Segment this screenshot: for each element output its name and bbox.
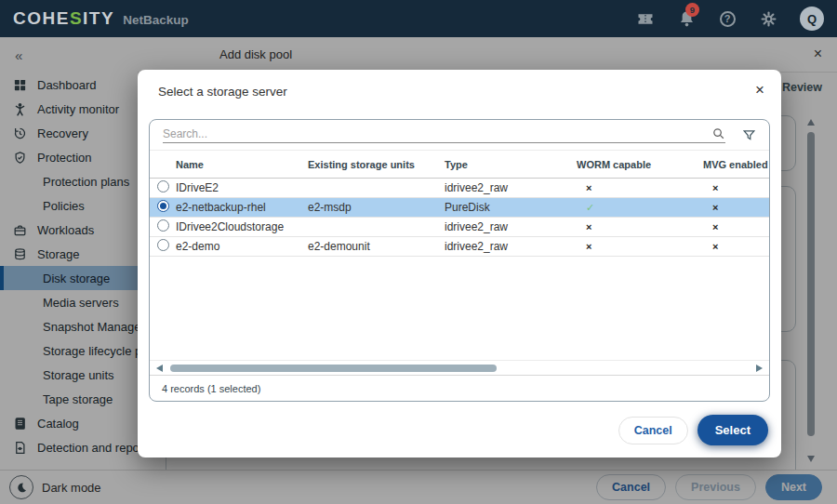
table-row-selected[interactable]: e2-netbackup-rhel e2-msdp PureDisk ✓ × <box>150 198 769 218</box>
help-icon[interactable]: ? <box>718 9 737 28</box>
help-glyph: ? <box>720 11 736 27</box>
notification-badge: 9 <box>685 3 699 17</box>
search-icon[interactable] <box>711 126 725 140</box>
dialog-footer: Cancel Select <box>618 415 768 445</box>
cell-worm-capable: × <box>586 241 703 252</box>
table-empty-space <box>150 257 769 360</box>
column-header-worm[interactable]: WORM capable <box>577 159 703 170</box>
row-radio[interactable] <box>157 180 169 192</box>
dialog-close-icon[interactable]: × <box>755 81 764 99</box>
column-header-name[interactable]: Name <box>176 159 308 170</box>
cell-name: e2-netbackup-rhel <box>176 201 308 214</box>
product-name: NetBackup <box>123 13 189 27</box>
settings-gear-icon[interactable] <box>759 9 777 28</box>
logo-part: ITY <box>83 8 114 28</box>
row-radio[interactable] <box>157 239 169 251</box>
table-row[interactable]: IDriveE2 idrivee2_raw × × <box>150 179 769 198</box>
cell-worm-capable: × <box>586 221 703 232</box>
storage-server-table: Name Existing storage units Type WORM ca… <box>149 119 770 402</box>
filter-funnel-icon[interactable] <box>742 128 756 142</box>
cohesity-logo: COHESITY <box>13 8 114 29</box>
cell-type: PureDisk <box>445 201 577 214</box>
select-storage-server-dialog: Select a storage server × Name Existing … <box>138 70 781 458</box>
cell-existing-units: e2-demounit <box>308 240 445 253</box>
dialog-select-button[interactable]: Select <box>698 415 768 445</box>
column-header-mvg[interactable]: MVG enabled <box>703 159 769 170</box>
table-row[interactable]: e2-demo e2-demounit idrivee2_raw × × <box>150 237 769 257</box>
cell-existing-units: e2-msdp <box>308 201 445 214</box>
cell-name: IDrivee2Cloudstorage <box>176 220 308 233</box>
scroll-right-arrow[interactable] <box>756 365 763 372</box>
dialog-cancel-button[interactable]: Cancel <box>618 417 688 444</box>
cell-mvg-enabled: × <box>712 202 769 213</box>
ticket-icon[interactable] <box>636 9 655 28</box>
row-radio-checked[interactable] <box>157 200 169 212</box>
cell-name: e2-demo <box>176 240 308 253</box>
brand: COHESITY NetBackup <box>13 8 189 29</box>
search-input[interactable] <box>163 127 711 140</box>
scrollbar-track[interactable] <box>168 365 751 372</box>
table-search-row <box>150 120 769 151</box>
notifications-bell-icon[interactable]: 9 <box>677 9 696 28</box>
horizontal-scrollbar[interactable] <box>150 360 769 375</box>
scroll-left-arrow[interactable] <box>156 365 163 372</box>
scrollbar-thumb[interactable] <box>170 365 497 372</box>
cell-type: idrivee2_raw <box>445 220 577 233</box>
row-radio[interactable] <box>157 219 169 232</box>
cell-worm-capable: ✓ <box>586 202 703 214</box>
app-header: COHESITY NetBackup 9 ? Q <box>0 0 837 37</box>
header-icons: 9 ? Q <box>636 7 824 31</box>
netbackup-screen: COHESITY NetBackup 9 ? Q « Das <box>0 0 837 504</box>
search-field[interactable] <box>163 126 725 143</box>
cell-type: idrivee2_raw <box>445 240 577 253</box>
logo-part: COHE <box>13 8 70 28</box>
column-header-type[interactable]: Type <box>445 159 577 170</box>
cell-worm-capable: × <box>586 182 703 193</box>
cell-mvg-enabled: × <box>712 241 769 252</box>
logo-green-s: S <box>70 8 83 28</box>
cell-mvg-enabled: × <box>712 221 769 232</box>
cell-name: IDriveE2 <box>176 181 308 194</box>
table-row[interactable]: IDrivee2Cloudstorage idrivee2_raw × × <box>150 218 769 237</box>
cell-mvg-enabled: × <box>712 182 769 193</box>
table-header-row: Name Existing storage units Type WORM ca… <box>150 151 769 179</box>
records-status: 4 records (1 selected) <box>150 375 769 401</box>
cell-type: idrivee2_raw <box>445 181 577 194</box>
user-avatar[interactable]: Q <box>800 7 824 31</box>
column-header-existing-units[interactable]: Existing storage units <box>308 159 445 170</box>
dialog-title: Select a storage server <box>158 85 287 99</box>
